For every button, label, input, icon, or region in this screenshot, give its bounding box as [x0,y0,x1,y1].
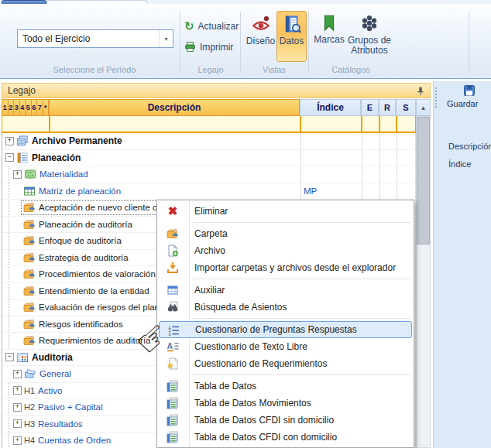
menu-item-archivo[interactable]: Archivo [157,242,414,259]
group-caption-catalogos: Catálogos [308,65,393,74]
menu-item-tabla-datos[interactable]: Tabla de Datos [157,378,414,395]
panel-title-bar[interactable]: Legajo [2,83,431,98]
diseno-button[interactable]: Diseño [246,12,276,60]
tree-row-label: Activo [38,386,62,395]
menu-item-label: Tabla de Datos CFDI con domicilio [194,432,337,443]
level-col-1[interactable]: 1 [2,99,8,116]
menu-item-label: Tabla de Datos CFDI sin domicilio [194,415,334,426]
chevron-down-icon[interactable]: ▼ [159,30,173,47]
indice-field-label: Índice [448,159,471,169]
level-col-5[interactable]: 5 [25,99,31,116]
pin-icon[interactable] [415,86,426,97]
level-col-4[interactable]: 4 [19,99,26,116]
datos-button[interactable]: Datos [276,11,307,62]
report-icon [24,168,36,180]
level-col-3[interactable]: 3 [13,99,19,116]
data-table-icon [167,397,179,409]
level-col-all[interactable]: * [43,99,50,116]
ribbon: Todo el Ejercicio ▼ Seleccione el Períod… [0,4,491,79]
filter-divider [300,116,301,132]
period-dropdown[interactable]: Todo el Ejercicio ▼ [17,29,173,48]
marcas-button[interactable]: Marcas [312,12,346,60]
numbered-list-icon [167,324,180,337]
level-col-2[interactable]: 2 [8,99,14,116]
vertical-scrollbar[interactable] [416,116,431,448]
tree-row-label: Enfoque de auditoría [39,236,122,245]
menu-item-auxiliar[interactable]: Auxiliar [157,282,414,299]
scrollbar-thumb[interactable] [417,117,430,245]
group-separator [180,12,180,74]
menu-item-label: Tabla de Datos [194,381,256,392]
expand-toggle[interactable]: + [13,419,22,428]
menu-item-cuestionario-preguntas[interactable]: Cuestionario de Preguntas Respuestas [159,321,412,338]
collapse-toggle[interactable]: − [5,353,14,361]
menu-item-carpeta[interactable]: Carpeta [157,225,414,242]
menu-item-label: Carpeta [194,228,228,239]
level-col-6[interactable]: 6 [31,99,37,116]
group-separator [469,12,469,74]
tree-row-label: Auditoría [32,352,73,363]
expand-toggle[interactable]: + [13,170,22,179]
level-column-headers[interactable]: 1 2 3 4 5 6 7 * [2,99,49,116]
ledger-icon [16,152,29,164]
tree-row-label: Resultados [38,419,83,429]
tree-row[interactable]: Matriz de planeación MP [2,183,416,200]
imprimir-button[interactable]: Imprimir [184,41,233,53]
tree-row-label: Requerimientos de auditoría [39,336,150,345]
menu-separator [193,318,410,319]
menu-item-label: Cuestionario de Requerimientos [194,358,327,369]
tree-row-label: Pasivo + Capital [38,402,102,412]
column-header-descripcion[interactable]: Descripción [49,99,300,116]
folder-person-icon [167,227,179,240]
tree-row[interactable]: + Archivo Permanente [2,133,416,150]
scroll-up-icon: ▲ [421,104,427,111]
diseno-label: Diseño [246,36,275,46]
menu-item-label: Archivo [194,245,225,256]
column-header-indice[interactable]: Índice [300,99,361,116]
level-col-7[interactable]: 7 [36,99,43,116]
menu-item-tabla-cfdi-con[interactable]: Tabla de Datos CFDI con domicilio [157,429,414,446]
guardar-button[interactable]: Guardar [447,99,478,108]
expand-toggle[interactable]: + [13,403,22,412]
tree-row-label: Riesgos identificados [39,320,123,329]
menu-separator [193,222,410,223]
folder-person-icon [23,234,36,247]
tree-row-label: Materialidad [39,169,88,179]
menu-item-busqueda-asientos[interactable]: Búsqueda de Asientos [157,299,414,316]
properties-pane: Guardar Descripción Índice [433,81,491,448]
collapse-toggle[interactable]: − [5,153,14,162]
column-header-s[interactable]: S [396,99,416,116]
expand-toggle[interactable]: + [13,386,22,395]
tree-row[interactable]: + Materialidad [2,166,416,183]
expand-toggle[interactable]: + [5,137,14,145]
menu-item-importar[interactable]: Importar carpetas y archivos desde el ex… [157,259,414,276]
actualizar-button[interactable]: ↻ Actualizar [184,21,239,32]
folders-icon [24,368,36,380]
expand-toggle[interactable]: + [13,370,22,378]
menu-item-label: Eliminar [194,206,228,217]
grupos-atributos-button[interactable]: Grupos de Atributos [347,12,392,60]
folder-person-icon [23,334,36,347]
group-caption-period: Seleccione el Período [17,65,172,74]
menu-item-cuestionario-texto[interactable]: Cuestionario de Texto Libre [157,338,414,355]
splitter-grip[interactable] [435,87,437,108]
column-header-r[interactable]: R [379,99,396,116]
menu-item-eliminar[interactable]: ✖ Eliminar [157,203,414,220]
scroll-up-button[interactable]: ▲ [416,99,431,116]
filter-row[interactable] [2,116,416,133]
tree-row-label: General [39,369,71,378]
expand-toggle[interactable]: + [13,436,22,445]
menu-item-label: Auxiliar [194,285,225,296]
tree-row-label: Estrategia de auditoría [39,253,129,262]
marcas-label: Marcas [314,35,344,45]
menu-item-tabla-cfdi-sin[interactable]: Tabla de Datos CFDI sin domicilio [157,412,414,429]
folder-person-icon [23,285,36,297]
menu-item-cuestionario-requerimientos[interactable]: Cuestionario de Requerimientos [157,355,414,372]
tree-row-label: Matriz de planeación [39,186,121,196]
save-icon [463,84,476,97]
filter-divider [396,116,397,132]
tree-row[interactable]: − Planeación [2,150,416,167]
column-header-e[interactable]: E [361,99,379,116]
menu-item-tabla-datos-movimientos[interactable]: Tabla de Datos Movimientos [157,395,414,412]
eye-icon [252,15,270,33]
